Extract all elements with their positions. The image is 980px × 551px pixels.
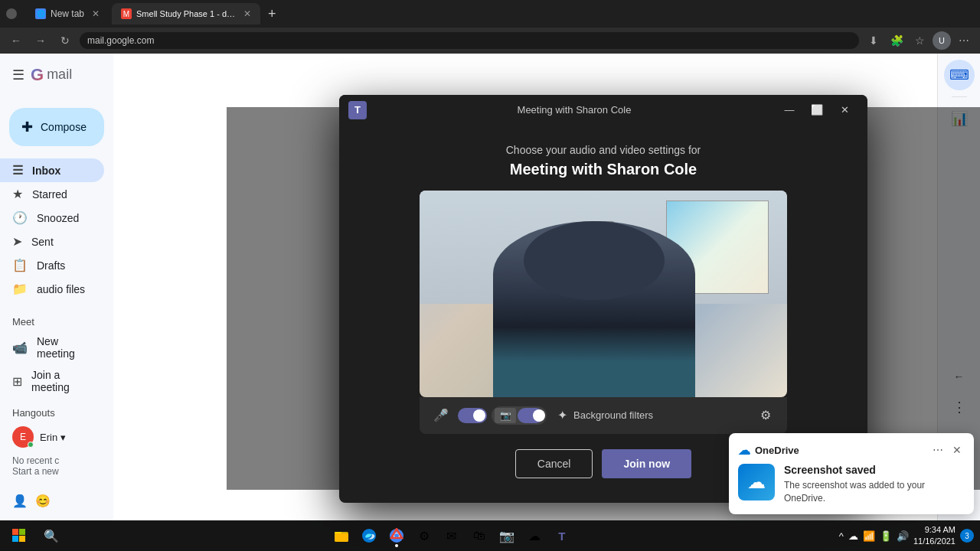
tab-label-gmail: Smell Study Phase 1 - duplicitya... [136,9,236,18]
teams-window-title: Meeting with Sharon Cole [373,104,776,116]
notification-body: ☁ Screenshot saved The screenshot was ad… [738,464,965,505]
tab-close-gmail[interactable]: ✕ [243,8,251,19]
tab-new[interactable]: 🌐 New tab ✕ [26,3,109,24]
sidebar-item-sent[interactable]: ➤ Sent [0,230,104,253]
sidebar-item-starred[interactable]: ★ Starred [0,182,104,206]
gmail-menu-icon[interactable]: ☰ [12,67,24,83]
drafts-icon: 📋 [12,258,28,272]
right-sidebar-keyboard-icon[interactable]: ⌨ [944,60,975,90]
camera-toggle-knob [533,409,545,422]
gmail-logo: G mail [31,65,72,85]
taskbar-app-mail[interactable]: ✉ [439,523,465,549]
tab-bar: 🌐 New tab ✕ M Smell Study Phase 1 - dupl… [0,0,980,28]
notification-title: Screenshot saved [784,464,965,476]
emoji-icon[interactable]: 😊 [35,494,51,508]
hangouts-section: Hangouts [0,404,113,422]
taskbar-apps: ⚙ ✉ 🛍 📷 ☁ T [64,523,839,549]
background-filters[interactable]: ✦ Background filters [551,408,749,422]
tab-close-new[interactable]: ✕ [92,8,100,19]
nav-bar: ← → ↻ mail.google.com ⬇ 🧩 ☆ U ⋯ [0,28,980,54]
sent-icon: ➤ [12,234,22,249]
video-hat [524,221,665,300]
settings-subtitle: Choose your audio and video settings for [506,144,701,156]
favorites-button[interactable]: ☆ [910,31,929,51]
taskbar-app-settings[interactable]: ⚙ [411,523,437,549]
taskbar-app-camera[interactable]: 📷 [494,523,520,549]
meeting-title: Meeting with Sharon Cole [510,161,697,178]
hangouts-user[interactable]: E Erin ▾ [0,422,113,452]
snoozed-label: Snoozed [37,212,79,224]
sent-label: Sent [31,236,54,248]
refresh-button[interactable]: ↻ [55,31,75,51]
tray-wifi-icon[interactable]: 📶 [863,530,875,542]
sidebar-item-join-meeting[interactable]: ⊞ Join a meeting [0,364,104,398]
inbox-icon: ☰ [12,163,23,178]
menu-button[interactable]: ⋯ [954,31,974,51]
tray-onedrive-icon[interactable]: ☁ [848,530,858,542]
sidebar-item-snoozed[interactable]: 🕐 Snoozed [0,206,104,230]
browser-chrome: 🌐 New tab ✕ M Smell Study Phase 1 - dupl… [0,0,980,54]
taskbar-app-teams[interactable]: T [549,523,575,549]
tray-volume-icon[interactable]: 🔊 [897,530,909,542]
hangouts-avatar: E [12,426,34,448]
join-now-button[interactable]: Join now [602,449,691,478]
action-buttons: Cancel Join now [515,449,691,478]
video-preview [420,191,787,397]
taskbar-app-chrome[interactable] [384,523,410,549]
join-meeting-label: Join a meeting [31,369,92,393]
microphone-icon: 🎤 [429,403,453,428]
settings-gear-icon[interactable]: ⚙ [753,403,778,428]
notification-header: ☁ OneDrive ⋯ ✕ [738,442,965,458]
tray-battery-icon[interactable]: 🔋 [880,530,892,542]
controls-bar: 🎤 📷 ✦ Background filters [420,397,787,434]
back-button[interactable]: ← [6,31,26,51]
sidebar-item-inbox[interactable]: ☰ Inbox [0,158,104,182]
taskbar-app-store[interactable]: 🛍 [466,523,492,549]
taskbar-app-onedrive[interactable]: ☁ [521,523,547,549]
sidebar-item-drafts[interactable]: 📋 Drafts [0,253,104,277]
start-button[interactable] [6,523,32,549]
taskbar-app-files[interactable] [328,523,354,549]
teams-titlebar: T Meeting with Sharon Cole — ⬜ ✕ [339,95,867,126]
cancel-button[interactable]: Cancel [515,449,593,478]
add-people-icon[interactable]: 👤 [12,494,28,508]
address-text: mail.google.com [87,35,154,46]
sidebar-item-new-meeting[interactable]: 📹 New meeting [0,331,104,364]
tray-notification-badge[interactable]: 3 [960,529,974,543]
sidebar-item-audio-files[interactable]: 📁 audio files [0,277,104,301]
notification-more-button[interactable]: ⋯ [929,442,946,458]
address-bar[interactable]: mail.google.com [80,32,859,49]
taskbar-search-button[interactable]: 🔍 [38,523,64,549]
bg-filters-icon: ✦ [557,408,567,422]
profile-avatar[interactable]: U [933,31,951,50]
taskbar-app-edge[interactable] [356,523,382,549]
online-status-dot [28,442,34,448]
compose-button[interactable]: ✚ Compose [9,108,104,146]
camera-toggle[interactable] [518,408,544,423]
notification-actions: ⋯ ✕ [929,442,965,458]
video-background [420,191,787,397]
new-tab-button[interactable]: + [263,6,281,22]
mic-toggle-knob [473,409,485,422]
minimize-button[interactable]: — [776,99,803,122]
right-sidebar-divider [952,96,967,97]
forward-button[interactable]: → [31,31,51,51]
close-button[interactable]: ✕ [831,99,858,122]
tray-chevron-icon[interactable]: ^ [839,530,844,542]
svg-rect-6 [335,533,348,542]
mic-toggle[interactable] [458,408,487,423]
svg-rect-3 [19,536,25,542]
maximize-button[interactable]: ⬜ [803,99,831,122]
sidebar-footer: 👤 😊 [0,487,63,514]
downloads-button[interactable]: ⬇ [864,31,884,51]
tray-clock[interactable]: 9:34 AM 11/16/2021 [913,524,956,548]
notification-close-button[interactable]: ✕ [949,442,965,458]
inbox-label: Inbox [32,165,60,177]
tab-gmail[interactable]: M Smell Study Phase 1 - duplicitya... ✕ [112,3,260,24]
drafts-label: Drafts [37,259,65,272]
extensions-button[interactable]: 🧩 [887,31,906,51]
svg-rect-0 [12,529,18,535]
notification-description: The screenshot was added to your OneDriv… [784,479,965,505]
tab-label-new: New tab [51,8,84,19]
tab-favicon-new: 🌐 [35,8,46,19]
